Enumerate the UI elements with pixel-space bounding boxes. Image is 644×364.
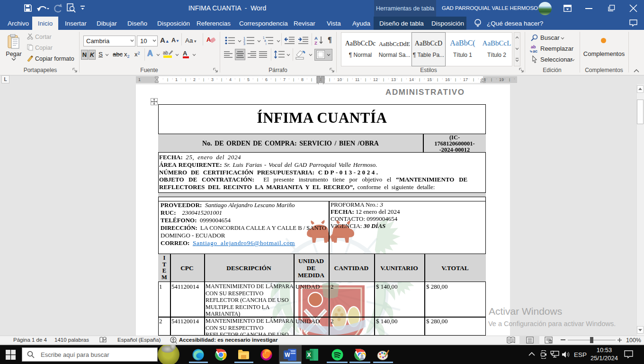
svg-text:A: A <box>183 50 188 57</box>
svg-text:X: X <box>307 352 311 358</box>
svg-text:i: i <box>266 42 266 46</box>
svg-text:ac: ac <box>533 49 537 53</box>
svg-text:W: W <box>285 352 290 358</box>
svg-text:3: 3 <box>243 42 245 46</box>
svg-text:ab: ab <box>163 50 169 55</box>
svg-text:Z: Z <box>314 40 317 45</box>
